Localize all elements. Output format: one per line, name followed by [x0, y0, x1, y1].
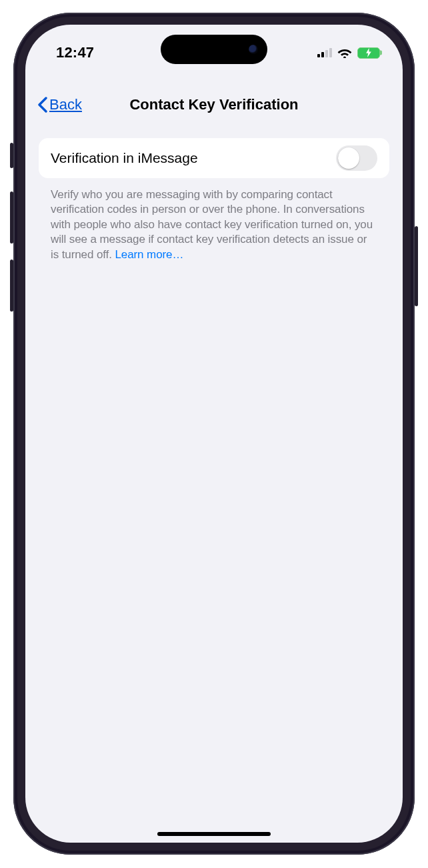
power-button — [415, 226, 418, 306]
back-button[interactable]: Back — [25, 96, 82, 113]
silent-switch — [10, 143, 13, 168]
iphone-frame: 12:47 Back — [13, 13, 415, 855]
verification-label: Verification in iMessage — [51, 150, 198, 166]
content: Verification in iMessage Verify who you … — [25, 138, 403, 843]
footer-description: Verify who you are messaging with by com… — [51, 188, 373, 261]
battery-charging-icon — [357, 47, 380, 59]
status-bar: 12:47 — [25, 25, 403, 71]
chevron-left-icon — [37, 97, 48, 113]
status-right — [317, 47, 380, 59]
nav-header: Back Contact Key Verification — [25, 86, 403, 123]
verification-row: Verification in iMessage — [39, 138, 389, 178]
wifi-icon — [337, 47, 352, 58]
volume-down-button — [10, 260, 13, 312]
learn-more-link[interactable]: Learn more… — [115, 248, 183, 261]
status-time: 12:47 — [56, 44, 94, 61]
volume-up-button — [10, 191, 13, 244]
cellular-icon — [317, 48, 332, 57]
verification-toggle[interactable] — [336, 145, 377, 171]
screen: 12:47 Back — [25, 25, 403, 843]
home-indicator — [157, 832, 271, 836]
footer-text: Verify who you are messaging with by com… — [39, 178, 389, 262]
back-label: Back — [49, 96, 82, 113]
